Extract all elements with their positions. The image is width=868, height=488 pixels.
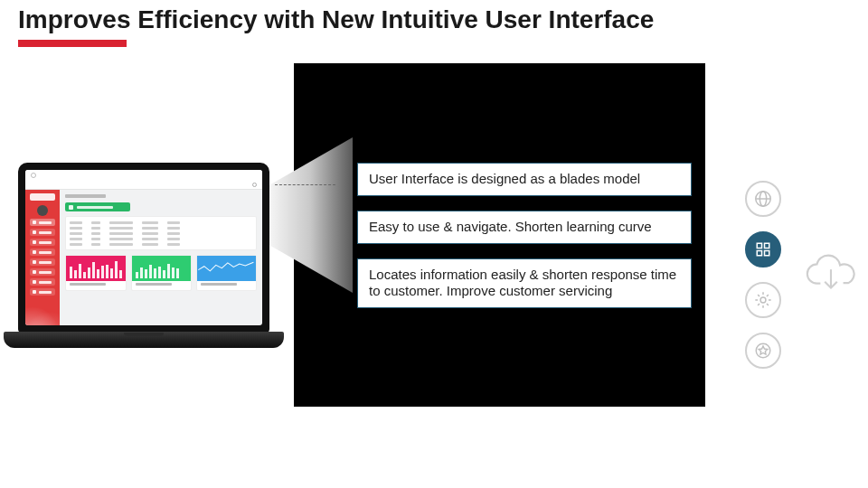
bar-chart-pink <box>66 256 126 281</box>
laptop-body <box>18 163 269 333</box>
sidebar-item <box>30 239 55 246</box>
sidebar-brand <box>30 193 55 201</box>
app-topbar <box>25 181 262 190</box>
sidebar-item <box>30 288 55 296</box>
breadcrumb <box>65 194 106 198</box>
sidebar-item <box>30 249 55 256</box>
star-badge-icon <box>745 333 781 369</box>
callout-item: Locates information easily & shorten res… <box>357 258 692 309</box>
laptop-mockup <box>4 163 284 348</box>
page-heading-pill <box>65 202 130 211</box>
sidebar-decoration <box>25 298 60 325</box>
callout-item: User Interface is designed as a blades m… <box>357 163 692 196</box>
chart-label <box>70 283 106 286</box>
laptop-screen <box>25 170 262 325</box>
chart-card-pink <box>65 255 127 291</box>
svg-rect-3 <box>757 243 761 248</box>
title-underline <box>18 40 127 47</box>
svg-rect-6 <box>765 251 769 256</box>
charts-row <box>65 255 257 291</box>
app-body <box>25 190 262 325</box>
chart-label <box>201 283 237 286</box>
grid-icon <box>745 231 781 267</box>
bar-chart-green <box>132 256 191 281</box>
browser-chrome <box>25 170 262 181</box>
sidebar-item <box>30 219 55 226</box>
cloud-download-icon <box>803 249 859 296</box>
avatar <box>37 205 48 216</box>
slide-title: Improves Efficiency with New Intuitive U… <box>0 0 868 40</box>
callout-list: User Interface is designed as a blades m… <box>357 163 692 308</box>
sidebar-item <box>30 278 55 286</box>
svg-rect-4 <box>765 243 769 248</box>
gear-icon <box>745 282 781 318</box>
svg-rect-5 <box>757 251 761 256</box>
chart-card-blue <box>196 255 257 291</box>
laptop-base <box>4 332 284 348</box>
line-chart-blue <box>197 256 256 281</box>
app-main <box>60 190 262 325</box>
callout-item: Easy to use & navigate. Shorten learning… <box>357 211 692 244</box>
sidebar-item <box>30 229 55 236</box>
sidebar-item <box>30 268 55 276</box>
window-control-icon <box>31 173 36 178</box>
app-sidebar <box>25 190 60 325</box>
slide-stage: User Interface is designed as a blades m… <box>0 54 868 488</box>
sidebar-item <box>30 258 55 266</box>
svg-point-7 <box>760 297 766 303</box>
chart-card-green <box>131 255 192 291</box>
globe-icon <box>745 181 781 217</box>
icon-column <box>743 181 783 369</box>
chart-label <box>136 283 172 286</box>
data-table <box>65 216 257 250</box>
gear-icon <box>252 183 257 187</box>
